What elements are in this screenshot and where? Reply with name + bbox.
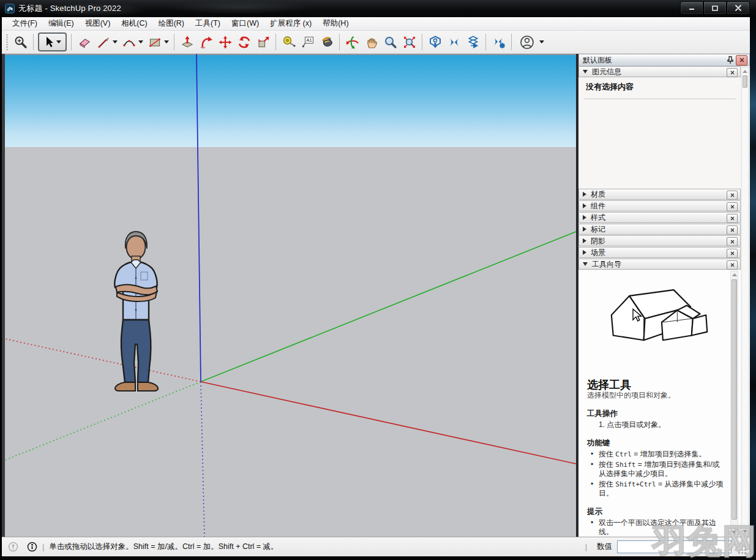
section-entity-info[interactable]: 图元信息 bbox=[578, 66, 741, 77]
toolbar-separator bbox=[511, 34, 512, 50]
rotate-button[interactable] bbox=[234, 32, 253, 52]
chevron-down-icon[interactable] bbox=[138, 40, 143, 44]
chevron-down-icon[interactable] bbox=[113, 40, 118, 44]
scale-figure[interactable] bbox=[95, 228, 178, 398]
tray-titlebar[interactable]: 默认面板 bbox=[578, 54, 750, 66]
paint-bucket-button[interactable] bbox=[317, 32, 336, 52]
menu-camera[interactable]: 相机(C) bbox=[116, 17, 152, 31]
section-close-button[interactable] bbox=[727, 225, 738, 235]
move-button[interactable] bbox=[215, 32, 234, 52]
rectangle-tool-button[interactable] bbox=[145, 32, 164, 52]
push-pull-button[interactable] bbox=[178, 32, 196, 52]
close-button[interactable] bbox=[727, 1, 750, 15]
chevron-down-icon[interactable] bbox=[56, 40, 61, 44]
menu-window[interactable]: 窗口(W) bbox=[226, 17, 264, 31]
instructor-scrollbar[interactable] bbox=[730, 271, 738, 536]
select-tool-button[interactable] bbox=[38, 32, 67, 51]
minimize-button[interactable] bbox=[680, 1, 703, 15]
zoom-extents-button[interactable] bbox=[400, 32, 419, 52]
menu-help[interactable]: 帮助(H) bbox=[317, 17, 354, 31]
instructor-heading-tips: 提示 bbox=[587, 507, 726, 516]
section-close-button[interactable] bbox=[727, 249, 738, 258]
share-component-icon bbox=[466, 35, 481, 50]
select-arrow-icon bbox=[42, 35, 56, 50]
follow-me-button[interactable] bbox=[196, 32, 215, 52]
measurements-input[interactable] bbox=[617, 540, 732, 553]
section-close-button[interactable] bbox=[727, 68, 738, 77]
section-tags[interactable]: 标记 bbox=[578, 224, 741, 235]
warehouse-download-button[interactable] bbox=[425, 32, 444, 52]
section-label: 场景 bbox=[591, 248, 605, 258]
instructor-operations-list: 1. 点击项目或对象。 bbox=[587, 420, 726, 429]
zoom-button[interactable] bbox=[381, 32, 400, 52]
section-label: 图元信息 bbox=[592, 67, 621, 77]
close-icon bbox=[730, 263, 735, 267]
share-model-button[interactable] bbox=[444, 32, 463, 52]
account-icon bbox=[519, 34, 535, 50]
section-close-button[interactable] bbox=[727, 202, 738, 211]
scale-button[interactable] bbox=[253, 32, 272, 52]
viewport-3d[interactable] bbox=[5, 54, 576, 537]
list-item: 按住 Ctrl = 增加项目到选择集。 bbox=[591, 450, 726, 459]
window-frame-left bbox=[2, 54, 5, 537]
scroll-up-arrow-icon[interactable] bbox=[742, 68, 748, 75]
section-styles[interactable]: 样式 bbox=[578, 212, 741, 223]
triangle-right-icon bbox=[583, 215, 586, 220]
section-scenes[interactable]: 场景 bbox=[578, 247, 741, 258]
close-icon bbox=[730, 251, 735, 255]
minimize-icon bbox=[689, 6, 695, 10]
close-icon bbox=[730, 240, 735, 244]
scroll-up-arrow-icon[interactable] bbox=[731, 271, 738, 278]
default-tray-panel: 默认面板 图元信息 没有选择内容 bbox=[578, 54, 750, 537]
menu-tools[interactable]: 工具(T) bbox=[190, 17, 226, 31]
no-selection-message: 没有选择内容 bbox=[586, 81, 741, 93]
zoom-window-button[interactable] bbox=[11, 32, 30, 52]
section-label: 阴影 bbox=[591, 236, 605, 246]
rectangle-icon bbox=[148, 35, 162, 50]
section-components[interactable]: 组件 bbox=[578, 200, 741, 211]
extension-manager-button[interactable] bbox=[489, 32, 508, 52]
toolbar-separator bbox=[174, 34, 174, 50]
resize-grip[interactable] bbox=[738, 545, 746, 554]
chevron-down-icon[interactable] bbox=[164, 40, 169, 44]
section-close-button[interactable] bbox=[727, 191, 738, 200]
menu-edit[interactable]: 编辑(E) bbox=[43, 17, 80, 31]
pan-button[interactable] bbox=[362, 32, 381, 52]
menu-extensions[interactable]: 扩展程序 (x) bbox=[264, 17, 317, 31]
measurements-label: 数值 bbox=[597, 542, 612, 552]
maximize-button[interactable] bbox=[703, 1, 727, 15]
section-close-button[interactable] bbox=[727, 237, 738, 246]
tray-title: 默认面板 bbox=[583, 55, 727, 66]
triangle-right-icon bbox=[583, 238, 586, 243]
scrollbar-thumb[interactable] bbox=[743, 75, 747, 88]
measurements: | 数值 bbox=[580, 540, 732, 553]
tape-measure-button[interactable] bbox=[279, 32, 298, 52]
menu-file[interactable]: 文件(F) bbox=[7, 17, 43, 31]
geolocation-icon[interactable] bbox=[8, 542, 18, 552]
tray-scrollbar[interactable] bbox=[741, 67, 749, 535]
section-instructor[interactable]: 工具向导 bbox=[578, 259, 741, 270]
pencil-icon bbox=[96, 35, 111, 50]
section-shadows[interactable]: 阴影 bbox=[578, 235, 741, 246]
desktop-background-edge bbox=[750, 17, 756, 560]
arc-tool-button[interactable] bbox=[119, 32, 138, 52]
section-materials[interactable]: 材质 bbox=[578, 189, 741, 200]
share-component-button[interactable] bbox=[463, 32, 482, 52]
account-button[interactable] bbox=[515, 32, 539, 52]
toolbar-grip[interactable] bbox=[6, 34, 9, 50]
eraser-button[interactable] bbox=[75, 32, 94, 52]
text-tool-button[interactable]: A1 bbox=[298, 32, 317, 52]
pin-icon[interactable] bbox=[727, 56, 734, 64]
menu-view[interactable]: 视图(V) bbox=[80, 17, 116, 31]
scroll-down-arrow-icon[interactable] bbox=[731, 529, 738, 535]
section-close-button[interactable] bbox=[727, 214, 738, 223]
chevron-down-icon[interactable] bbox=[539, 40, 544, 44]
info-icon[interactable] bbox=[27, 542, 37, 552]
menu-draw[interactable]: 绘图(R) bbox=[153, 17, 190, 31]
tray-close-button[interactable] bbox=[736, 55, 747, 66]
line-tool-button[interactable] bbox=[94, 32, 113, 52]
scroll-down-arrow-icon[interactable] bbox=[742, 528, 748, 535]
section-close-button[interactable] bbox=[727, 260, 738, 270]
scrollbar-thumb[interactable] bbox=[732, 279, 737, 520]
orbit-button[interactable] bbox=[343, 32, 362, 52]
